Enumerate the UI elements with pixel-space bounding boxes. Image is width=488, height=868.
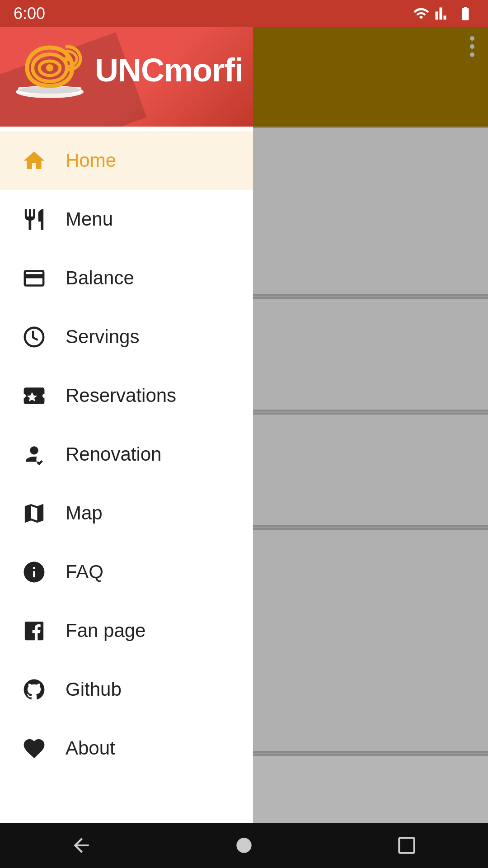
nav-item-servings[interactable]: Servings xyxy=(0,307,253,366)
content-section-1 xyxy=(253,128,488,294)
recent-apps-button[interactable] xyxy=(384,832,429,859)
status-bar: 6:00 xyxy=(0,0,488,27)
svg-point-3 xyxy=(46,64,53,71)
nav-item-about[interactable]: About xyxy=(0,719,253,778)
svg-point-5 xyxy=(236,838,251,853)
nav-item-github[interactable]: Github xyxy=(0,660,253,719)
right-panel xyxy=(253,0,488,868)
nav-label-servings: Servings xyxy=(66,326,139,348)
nav-item-faq[interactable]: FAQ xyxy=(0,542,253,601)
right-panel-content xyxy=(253,127,488,868)
ticket-star-icon xyxy=(18,380,50,411)
back-button[interactable] xyxy=(59,832,104,859)
home-icon xyxy=(18,145,50,176)
nav-label-home: Home xyxy=(66,150,116,171)
signal-icon xyxy=(435,5,451,22)
map-icon xyxy=(18,497,50,529)
nav-label-faq: FAQ xyxy=(66,561,103,583)
nav-label-github: Github xyxy=(66,679,122,700)
app-title: UNCmorfi xyxy=(95,52,243,89)
battery-icon xyxy=(456,5,474,22)
nav-item-balance[interactable]: Balance xyxy=(0,249,253,307)
nav-item-fanpage[interactable]: Fan page xyxy=(0,601,253,660)
nav-label-balance: Balance xyxy=(66,267,134,289)
nav-label-about: About xyxy=(66,737,115,759)
content-section-4 xyxy=(253,530,488,751)
svg-rect-6 xyxy=(399,838,414,853)
servings-icon xyxy=(18,321,50,353)
heart-icon xyxy=(18,732,50,764)
svg-point-4 xyxy=(64,56,70,61)
info-circle-icon xyxy=(18,556,50,588)
navigation-drawer: UNCmorfi Home Menu xyxy=(0,0,253,841)
nav-label-menu: Menu xyxy=(66,208,113,230)
nav-label-reservations: Reservations xyxy=(66,385,176,406)
credit-card-icon xyxy=(18,262,50,294)
app-logo xyxy=(14,38,86,102)
content-section-2 xyxy=(253,299,488,410)
bottom-nav-bar xyxy=(0,823,488,868)
facebook-icon xyxy=(18,615,50,646)
cutlery-icon xyxy=(18,203,50,235)
nav-item-reservations[interactable]: Reservations xyxy=(0,366,253,425)
nav-label-map: Map xyxy=(66,502,103,524)
person-check-icon xyxy=(18,439,50,470)
nav-item-renovation[interactable]: Renovation xyxy=(0,425,253,484)
nav-item-home[interactable]: Home xyxy=(0,131,253,190)
nav-label-fanpage: Fan page xyxy=(66,620,145,642)
logo-container: UNCmorfi xyxy=(14,38,243,102)
drawer-nav: Home Menu Balance xyxy=(0,127,253,841)
nav-item-map[interactable]: Map xyxy=(0,484,253,542)
status-icons xyxy=(413,5,474,22)
content-section-3 xyxy=(253,415,488,525)
github-icon xyxy=(18,674,50,705)
nav-item-menu[interactable]: Menu xyxy=(0,190,253,249)
nav-label-renovation: Renovation xyxy=(66,443,161,465)
wifi-icon xyxy=(413,5,429,22)
more-options-button[interactable] xyxy=(465,32,479,61)
home-button[interactable] xyxy=(221,832,267,859)
status-time: 6:00 xyxy=(14,4,45,23)
